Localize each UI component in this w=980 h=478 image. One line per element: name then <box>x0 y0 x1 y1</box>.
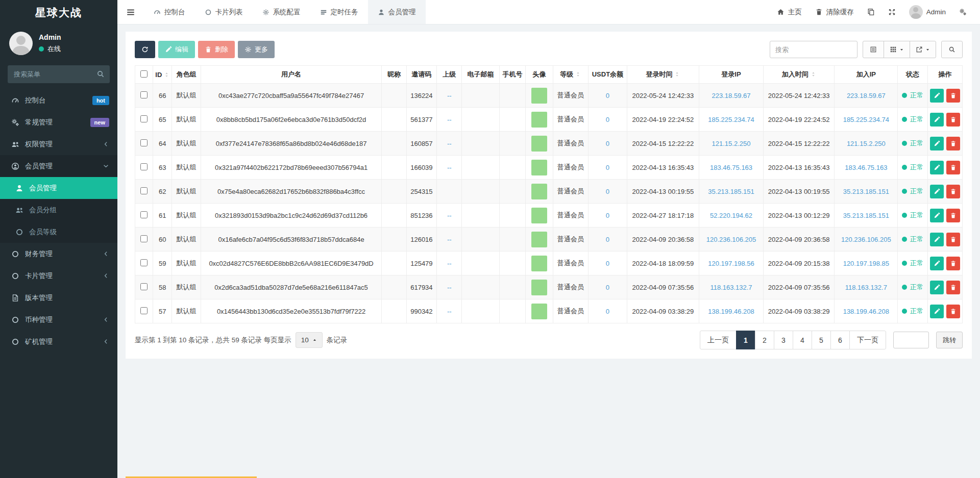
prev-page-button[interactable]: 上一页 <box>700 331 737 349</box>
column-header-登录时间[interactable]: 登录时间 <box>627 66 699 84</box>
row-edit-button[interactable] <box>930 257 944 270</box>
row-delete-button[interactable] <box>946 233 960 246</box>
cell-join-ip[interactable]: 35.213.185.151 <box>835 180 898 204</box>
row-edit-button[interactable] <box>930 113 944 127</box>
row-edit-button[interactable] <box>930 89 944 103</box>
member-avatar[interactable] <box>531 256 547 271</box>
row-checkbox[interactable] <box>140 115 148 122</box>
home-button[interactable]: 主页 <box>777 8 802 17</box>
row-delete-button[interactable] <box>946 161 960 174</box>
cell-usdt-balance[interactable]: 0 <box>589 132 627 156</box>
column-header-等级[interactable]: 等级 <box>553 66 589 84</box>
fullscreen-button[interactable] <box>888 8 896 16</box>
cell-login-ip[interactable]: 35.213.185.151 <box>699 180 764 204</box>
menu-search-input[interactable] <box>8 65 110 83</box>
tab-系统配置[interactable]: 系统配置 <box>253 0 310 24</box>
sidebar-item-卡片管理[interactable]: 卡片管理 <box>0 265 117 287</box>
cell-login-ip[interactable]: 120.236.106.205 <box>699 228 764 251</box>
cell-usdt-balance[interactable]: 0 <box>589 275 627 299</box>
sidebar-item-常规管理[interactable]: 常规管理new <box>0 111 117 133</box>
member-avatar[interactable] <box>531 184 547 199</box>
sidebar-item-版本管理[interactable]: 版本管理 <box>0 287 117 309</box>
more-button[interactable]: 更多 <box>238 41 275 58</box>
clear-cache-button[interactable]: 清除缓存 <box>815 8 854 17</box>
cell-join-ip[interactable]: 120.197.198.85 <box>835 251 898 275</box>
cell-join-ip[interactable]: 223.18.59.67 <box>835 84 898 108</box>
export-button[interactable] <box>910 41 936 58</box>
tab-定时任务[interactable]: 定时任务 <box>310 0 368 24</box>
page-jump-input[interactable] <box>893 332 929 348</box>
sidebar-subitem-会员管理[interactable]: 会员管理 <box>0 177 117 199</box>
cell-login-ip[interactable]: 183.46.75.163 <box>699 156 764 180</box>
cell-parent[interactable]: -- <box>437 275 462 299</box>
select-all-checkbox[interactable] <box>140 70 148 78</box>
cell-parent[interactable]: -- <box>437 84 462 108</box>
member-avatar[interactable] <box>531 112 547 128</box>
row-edit-button[interactable] <box>930 209 944 222</box>
cell-join-ip[interactable]: 121.15.2.250 <box>835 132 898 156</box>
cell-usdt-balance[interactable]: 0 <box>589 108 627 132</box>
member-avatar[interactable] <box>531 208 547 223</box>
page-button-2[interactable]: 2 <box>755 331 774 349</box>
row-checkbox[interactable] <box>140 259 148 266</box>
row-delete-button[interactable] <box>946 185 960 198</box>
page-button-4[interactable]: 4 <box>793 331 812 349</box>
table-search-input[interactable] <box>770 41 857 58</box>
tab-卡片列表[interactable]: 卡片列表 <box>195 0 253 24</box>
page-jump-button[interactable]: 跳转 <box>936 332 963 348</box>
sidebar-subitem-会员分组[interactable]: 会员分组 <box>0 199 117 221</box>
cell-usdt-balance[interactable]: 0 <box>589 299 627 323</box>
cell-login-ip[interactable]: 52.220.194.62 <box>699 204 764 228</box>
row-delete-button[interactable] <box>946 137 960 150</box>
cell-join-ip[interactable]: 120.236.106.205 <box>835 228 898 251</box>
cell-login-ip[interactable]: 223.18.59.67 <box>699 84 764 108</box>
tab-会员管理[interactable]: 会员管理 <box>368 0 426 24</box>
advanced-search-button[interactable] <box>941 41 963 58</box>
row-delete-button[interactable] <box>946 89 960 103</box>
cell-usdt-balance[interactable]: 0 <box>589 204 627 228</box>
row-checkbox[interactable] <box>140 91 148 98</box>
refresh-button[interactable] <box>135 41 155 58</box>
edit-button[interactable]: 编辑 <box>158 41 195 58</box>
logs-button[interactable] <box>867 8 875 16</box>
cell-usdt-balance[interactable]: 0 <box>589 228 627 251</box>
columns-button[interactable] <box>884 41 910 58</box>
delete-button[interactable]: 删除 <box>198 41 235 58</box>
cell-parent[interactable]: -- <box>437 108 462 132</box>
row-edit-button[interactable] <box>930 161 944 174</box>
tab-控制台[interactable]: 控制台 <box>144 0 195 24</box>
member-avatar[interactable] <box>531 136 547 152</box>
page-size-select[interactable]: 10 <box>296 332 323 348</box>
cell-usdt-balance[interactable]: 0 <box>589 251 627 275</box>
user-menu[interactable]: Admin <box>909 5 946 19</box>
sidebar-toggle-button[interactable] <box>117 0 144 24</box>
cell-join-ip[interactable]: 35.213.185.151 <box>835 204 898 228</box>
cell-parent[interactable]: -- <box>437 251 462 275</box>
cell-join-ip[interactable]: 185.225.234.74 <box>835 108 898 132</box>
row-edit-button[interactable] <box>930 185 944 198</box>
cell-join-ip[interactable]: 183.46.75.163 <box>835 156 898 180</box>
sidebar-item-会员管理[interactable]: 会员管理 <box>0 155 117 177</box>
row-checkbox[interactable] <box>140 307 148 314</box>
page-button-5[interactable]: 5 <box>812 331 831 349</box>
settings-button[interactable] <box>959 8 967 16</box>
page-button-3[interactable]: 3 <box>774 331 793 349</box>
member-avatar[interactable] <box>531 304 547 319</box>
row-delete-button[interactable] <box>946 257 960 270</box>
row-delete-button[interactable] <box>946 281 960 294</box>
cell-usdt-balance[interactable]: 0 <box>589 84 627 108</box>
detail-view-button[interactable] <box>863 41 884 58</box>
row-checkbox[interactable] <box>140 211 148 218</box>
cell-login-ip[interactable]: 118.163.132.7 <box>699 275 764 299</box>
row-checkbox[interactable] <box>140 187 148 194</box>
cell-login-ip[interactable]: 120.197.198.56 <box>699 251 764 275</box>
page-button-1[interactable]: 1 <box>736 331 755 349</box>
row-delete-button[interactable] <box>946 209 960 222</box>
row-edit-button[interactable] <box>930 233 944 246</box>
row-edit-button[interactable] <box>930 281 944 294</box>
cell-login-ip[interactable]: 185.225.234.74 <box>699 108 764 132</box>
cell-parent[interactable]: -- <box>437 228 462 251</box>
member-avatar[interactable] <box>531 280 547 295</box>
member-avatar[interactable] <box>531 232 547 247</box>
row-checkbox[interactable] <box>140 139 148 146</box>
